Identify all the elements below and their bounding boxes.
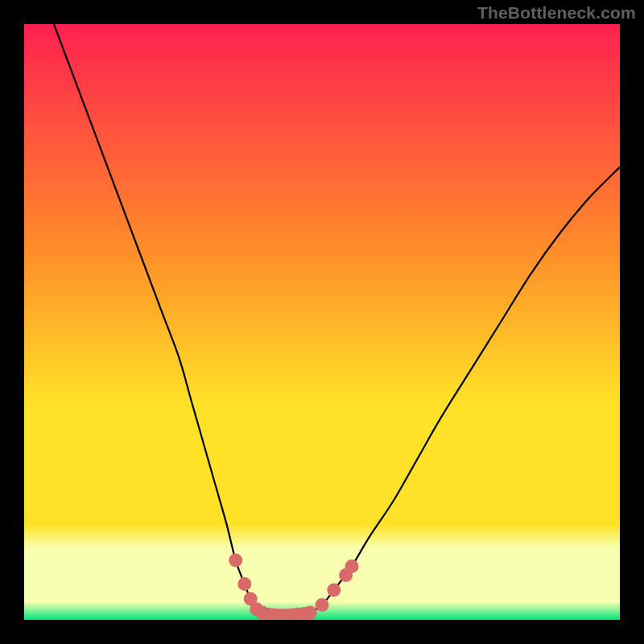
valley-marker — [229, 554, 242, 568]
valley-marker — [345, 559, 359, 573]
valley-marker — [237, 577, 251, 591]
valley-marker — [316, 598, 329, 612]
watermark-text: TheBottleneck.com — [477, 3, 636, 23]
valley-marker — [303, 606, 317, 620]
chart-frame: TheBottleneck.com — [0, 0, 644, 644]
plot-area — [24, 24, 620, 620]
valley-marker — [327, 584, 341, 597]
bottleneck-curve-chart — [24, 24, 620, 620]
heatmap-background — [24, 24, 620, 620]
